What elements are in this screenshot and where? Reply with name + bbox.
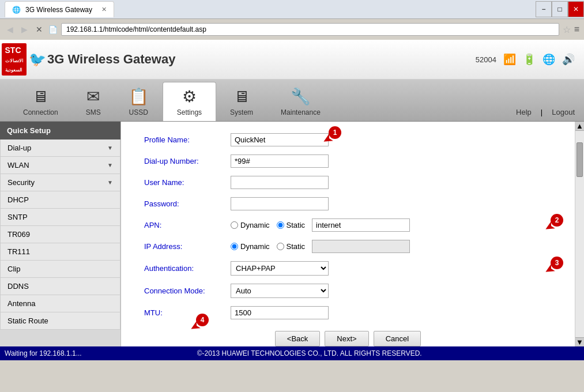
nav-sms[interactable]: ✉ SMS xyxy=(72,82,115,121)
ip-value-input[interactable] xyxy=(312,240,410,253)
sidebar-item-wlan[interactable]: WLAN ▼ xyxy=(0,157,120,174)
sidebar-item-antenna[interactable]: Antenna xyxy=(0,295,120,312)
address-input[interactable] xyxy=(61,23,559,36)
dialup-label: Dial-up Number: xyxy=(144,157,231,165)
ip-dynamic-radio[interactable] xyxy=(231,243,238,250)
nav-links: Help | Logout xyxy=(516,108,575,121)
reload-button[interactable]: ✕ xyxy=(33,24,45,35)
address-bar: ◀ ▶ ✕ 📄 ☆ ≡ xyxy=(0,19,584,40)
browser-title-bar: 🌐 3G Wireless Gateway ✕ − □ ✕ xyxy=(0,0,584,19)
sidebar-dhcp-label: DHCP xyxy=(7,195,29,204)
stc-text: STCالاتصالات السعودية xyxy=(2,43,27,76)
forward-button[interactable]: ▶ xyxy=(19,24,30,35)
cancel-btn[interactable]: Cancel xyxy=(374,331,421,346)
close-button[interactable]: ✕ xyxy=(568,1,584,17)
apn-value-input[interactable] xyxy=(312,218,410,232)
sidebar-item-security[interactable]: Security ▼ xyxy=(0,174,120,191)
browser-tab[interactable]: 🌐 3G Wireless Gateway ✕ xyxy=(5,1,114,17)
app-header: STCالاتصالات السعودية 🐦 3G Wireless Gate… xyxy=(0,40,584,80)
nav-system[interactable]: 🖥 System xyxy=(216,82,267,121)
profile-name-label: Profile Name: xyxy=(144,135,231,144)
logo: STCالاتصالات السعودية 🐦 3G Wireless Gate… xyxy=(9,45,175,74)
btn-row: 4 ➤ <Back Next> Cancel xyxy=(144,331,552,346)
status-copyright: ©-2013 HUAWEI TECHNOLOGIES CO., LTD. ALL… xyxy=(197,349,422,357)
next-btn[interactable]: Next> xyxy=(325,331,368,346)
nav-bar: 🖥 Connection ✉ SMS 📋 USSD ⚙ Settings 🖥 S… xyxy=(0,80,584,122)
apn-static-radio[interactable] xyxy=(277,221,284,229)
globe-icon: 🌐 xyxy=(542,53,555,66)
bookmark-icon[interactable]: ☆ xyxy=(563,24,571,35)
header-right: 52004 📶 🔋 🌐 🔊 xyxy=(476,53,575,66)
logout-link[interactable]: Logout xyxy=(552,108,575,116)
sidebar-tr111-label: TR111 xyxy=(7,247,30,256)
nav-connection-label: Connection xyxy=(23,108,58,116)
ip-label: IP Address: xyxy=(144,242,231,251)
username-label: User Name: xyxy=(144,178,231,187)
mtu-input[interactable] xyxy=(231,306,329,319)
sidebar-title: Quick Setup xyxy=(0,122,120,140)
minimize-button[interactable]: − xyxy=(536,1,552,17)
auth-label: Authentication: xyxy=(144,264,231,273)
password-label: Password: xyxy=(144,199,231,208)
sidebar-item-tr069[interactable]: TR069 xyxy=(0,226,120,243)
annotation-4: 4 ➤ xyxy=(196,314,209,326)
apn-label: APN: xyxy=(144,221,231,229)
annotation-1: 1 ➤ xyxy=(329,126,341,139)
apn-dynamic-radio[interactable] xyxy=(231,221,238,229)
password-row: Password: xyxy=(144,197,552,210)
help-link[interactable]: Help xyxy=(516,108,532,116)
scrollbar[interactable]: ▲ ▼ xyxy=(575,122,584,346)
dialup-input[interactable] xyxy=(231,154,329,168)
scrollbar-down[interactable]: ▼ xyxy=(575,337,584,346)
apn-row: APN: Dynamic Static 2 ➤ xyxy=(144,218,552,232)
sidebar-wlan-label: WLAN xyxy=(7,161,29,169)
logo-icon: STCالاتصالات السعودية 🐦 xyxy=(9,45,38,74)
scrollbar-up[interactable]: ▲ xyxy=(575,122,584,131)
mode-label: Connection Mode: xyxy=(144,287,231,295)
ip-dynamic-label[interactable]: Dynamic xyxy=(231,242,270,251)
apn-dynamic-label[interactable]: Dynamic xyxy=(231,221,270,229)
ip-static-radio[interactable] xyxy=(277,243,284,250)
scrollbar-thumb[interactable] xyxy=(577,142,583,177)
apn-static-label[interactable]: Static xyxy=(277,221,306,229)
maximize-button[interactable]: □ xyxy=(552,1,568,17)
auth-select[interactable]: CHAP+PAP CHAP PAP None xyxy=(231,261,329,276)
sidebar-wlan-arrow: ▼ xyxy=(107,162,113,168)
password-input[interactable] xyxy=(231,197,329,210)
signal-bars-icon: 📶 xyxy=(503,53,516,66)
nav-system-label: System xyxy=(230,108,253,116)
sidebar-ddns-label: DDNS xyxy=(7,282,29,291)
main-layout: Quick Setup Dial-up ▼ WLAN ▼ Security ▼ … xyxy=(0,122,584,346)
sidebar-clip-label: Clip xyxy=(7,265,20,273)
sidebar-item-ddns[interactable]: DDNS xyxy=(0,278,120,295)
sidebar-item-dhcp[interactable]: DHCP xyxy=(0,191,120,209)
menu-icon[interactable]: ≡ xyxy=(574,24,579,35)
back-btn[interactable]: <Back xyxy=(275,331,321,346)
nav-maintenance-label: Maintenance xyxy=(281,108,321,116)
status-left: Waiting for 192.168.1.1... xyxy=(5,349,82,357)
nav-settings[interactable]: ⚙ Settings xyxy=(163,82,216,121)
profile-name-input[interactable] xyxy=(231,133,329,146)
sidebar-antenna-label: Antenna xyxy=(7,299,35,308)
sidebar-item-tr111[interactable]: TR111 xyxy=(0,243,120,261)
sidebar-dialup-label: Dial-up xyxy=(7,144,31,152)
sms-icon: ✉ xyxy=(86,87,100,106)
window-controls: − □ ✕ xyxy=(536,1,584,17)
nav-maintenance[interactable]: 🔧 Maintenance xyxy=(267,82,334,121)
sidebar-item-clip[interactable]: Clip xyxy=(0,261,120,278)
app-title: 3G Wireless Gateway xyxy=(47,52,175,67)
nav-ussd[interactable]: 📋 USSD xyxy=(115,82,163,121)
apn-dynamic-text: Dynamic xyxy=(240,221,270,229)
sidebar-item-sntp[interactable]: SNTP xyxy=(0,209,120,226)
nav-connection[interactable]: 🖥 Connection xyxy=(9,82,72,121)
back-button[interactable]: ◀ xyxy=(5,24,16,35)
dialup-row: Dial-up Number: xyxy=(144,154,552,168)
username-input[interactable] xyxy=(231,176,329,189)
sidebar-item-dialup[interactable]: Dial-up ▼ xyxy=(0,140,120,157)
nav-divider: | xyxy=(541,108,542,116)
sidebar-dialup-arrow: ▼ xyxy=(107,145,113,151)
sidebar-item-static-route[interactable]: Static Route xyxy=(0,312,120,330)
mode-select[interactable]: Auto Manual xyxy=(231,284,329,298)
ip-static-label[interactable]: Static xyxy=(277,242,306,251)
tab-close-icon[interactable]: ✕ xyxy=(101,6,107,13)
